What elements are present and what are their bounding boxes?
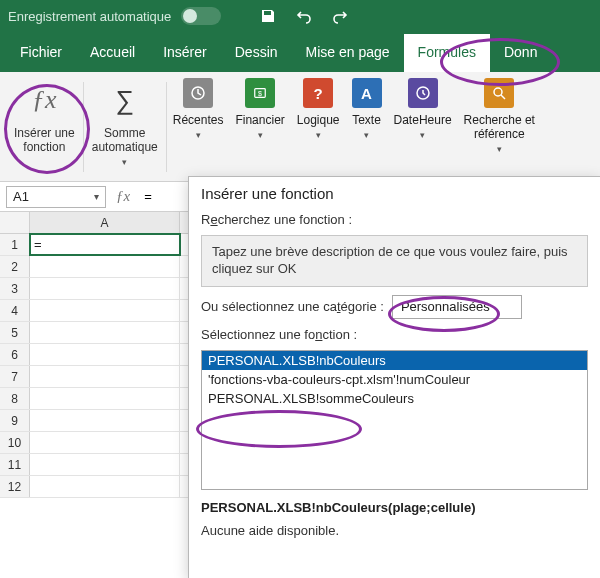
svg-point-4 xyxy=(494,88,502,96)
logical-button[interactable]: ? Logique ▾ xyxy=(291,78,346,154)
row-header[interactable]: 6 xyxy=(0,344,30,365)
chevron-down-icon[interactable]: ▾ xyxy=(497,144,502,154)
lookup-button[interactable]: Recherche et référence ▾ xyxy=(458,78,541,154)
cell[interactable] xyxy=(30,454,180,475)
select-all-corner[interactable] xyxy=(0,212,30,233)
column-header-a[interactable]: A xyxy=(30,212,180,233)
sigma-icon: ∑ xyxy=(115,78,134,122)
row-header[interactable]: 8 xyxy=(0,388,30,409)
lookup-label: Recherche et référence xyxy=(464,114,535,142)
lookup-icon xyxy=(484,78,514,108)
dialog-title: Insérer une fonction xyxy=(189,177,600,208)
row-header[interactable]: 12 xyxy=(0,476,30,497)
cell[interactable] xyxy=(30,300,180,321)
tab-draw[interactable]: Dessin xyxy=(221,34,292,72)
fx-icon: ƒx xyxy=(32,78,57,122)
tab-formulas[interactable]: Formules xyxy=(404,34,490,72)
cell[interactable] xyxy=(30,322,180,343)
row-header[interactable]: 1 xyxy=(0,234,30,255)
cell[interactable] xyxy=(30,366,180,387)
chevron-down-icon[interactable]: ▾ xyxy=(420,130,425,140)
title-bar: Enregistrement automatique xyxy=(0,0,600,32)
recent-label: Récentes xyxy=(173,114,224,128)
insert-function-group[interactable]: ƒx Insérer une fonction xyxy=(6,78,83,178)
text-icon: A xyxy=(352,78,382,108)
svg-text:$: $ xyxy=(258,90,262,97)
cell[interactable]: = xyxy=(30,234,180,255)
financial-icon: $ xyxy=(245,78,275,108)
financial-label: Financier xyxy=(235,114,284,128)
cell[interactable] xyxy=(30,278,180,299)
cell[interactable] xyxy=(30,476,180,497)
recent-button[interactable]: Récentes ▾ xyxy=(167,78,230,154)
row-header[interactable]: 5 xyxy=(0,322,30,343)
autosave-label: Enregistrement automatique xyxy=(8,9,171,24)
tab-layout[interactable]: Mise en page xyxy=(292,34,404,72)
cell[interactable] xyxy=(30,344,180,365)
category-value: Personnalisées xyxy=(401,299,490,314)
category-select[interactable]: Personnalisées xyxy=(392,295,522,319)
autosave-toggle[interactable] xyxy=(181,7,221,25)
ribbon-tabs: Fichier Accueil Insérer Dessin Mise en p… xyxy=(0,32,600,72)
autosum-group[interactable]: ∑ Somme automatique ▾ xyxy=(84,78,166,178)
cell[interactable] xyxy=(30,432,180,453)
search-input[interactable]: Tapez une brève description de ce que vo… xyxy=(201,235,588,287)
insert-function-dialog: Insérer une fonction Recherchez une fonc… xyxy=(188,176,600,578)
function-item[interactable]: PERSONAL.XLSB!nbCouleurs xyxy=(202,351,587,370)
chevron-down-icon[interactable]: ▾ xyxy=(196,130,201,140)
cell[interactable] xyxy=(30,388,180,409)
chevron-down-icon[interactable]: ▾ xyxy=(94,191,99,202)
financial-button[interactable]: $ Financier ▾ xyxy=(229,78,290,154)
redo-icon[interactable] xyxy=(331,7,349,25)
logical-label: Logique xyxy=(297,114,340,128)
row-header[interactable]: 10 xyxy=(0,432,30,453)
tab-insert[interactable]: Insérer xyxy=(149,34,221,72)
undo-icon[interactable] xyxy=(295,7,313,25)
row-header[interactable]: 4 xyxy=(0,300,30,321)
logical-icon: ? xyxy=(303,78,333,108)
text-label: Texte xyxy=(352,114,381,128)
function-list[interactable]: PERSONAL.XLSB!nbCouleurs 'fonctions-vba-… xyxy=(201,350,588,490)
name-box-value: A1 xyxy=(13,189,29,204)
datetime-icon xyxy=(408,78,438,108)
select-function-label: Sélectionnez une fonction : xyxy=(201,327,588,342)
insert-function-label: Insérer une fonction xyxy=(14,126,75,155)
datetime-label: DateHeure xyxy=(394,114,452,128)
row-header[interactable]: 2 xyxy=(0,256,30,277)
function-help: Aucune aide disponible. xyxy=(201,523,588,538)
ribbon: ƒx Insérer une fonction ∑ Somme automati… xyxy=(0,72,600,182)
row-header[interactable]: 9 xyxy=(0,410,30,431)
recent-icon xyxy=(183,78,213,108)
tab-data[interactable]: Donn xyxy=(490,34,551,72)
function-item[interactable]: PERSONAL.XLSB!sommeCouleurs xyxy=(202,389,587,408)
datetime-button[interactable]: DateHeure ▾ xyxy=(388,78,458,154)
save-icon[interactable] xyxy=(259,7,277,25)
row-header[interactable]: 11 xyxy=(0,454,30,475)
category-label: Ou sélectionnez une catégorie : xyxy=(201,299,384,314)
autosum-label: Somme automatique xyxy=(92,126,158,155)
name-box[interactable]: A1 ▾ xyxy=(6,186,106,208)
fx-button-icon[interactable]: ƒx xyxy=(112,188,134,205)
chevron-down-icon[interactable]: ▾ xyxy=(316,130,321,140)
tab-file[interactable]: Fichier xyxy=(6,34,76,72)
row-header[interactable]: 7 xyxy=(0,366,30,387)
chevron-down-icon[interactable]: ▾ xyxy=(258,130,263,140)
chevron-down-icon[interactable]: ▾ xyxy=(122,157,127,167)
tab-home[interactable]: Accueil xyxy=(76,34,149,72)
function-item[interactable]: 'fonctions-vba-couleurs-cpt.xlsm'!numCou… xyxy=(202,370,587,389)
cell[interactable] xyxy=(30,410,180,431)
function-syntax: PERSONAL.XLSB!nbCouleurs(plage;cellule) xyxy=(201,500,588,515)
chevron-down-icon[interactable]: ▾ xyxy=(364,130,369,140)
search-label: Recherchez une fonction : xyxy=(201,212,588,227)
text-button[interactable]: A Texte ▾ xyxy=(346,78,388,154)
row-header[interactable]: 3 xyxy=(0,278,30,299)
cell[interactable] xyxy=(30,256,180,277)
